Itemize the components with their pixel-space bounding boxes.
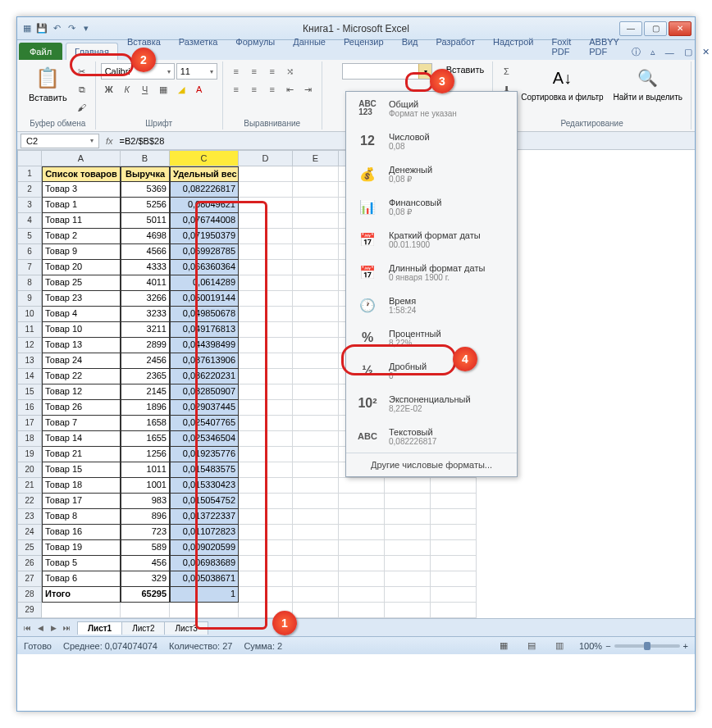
tab-file[interactable]: Файл [19,43,62,60]
cell[interactable] [239,462,293,478]
cell[interactable] [239,338,293,353]
cell[interactable]: 0,019235776 [170,447,239,462]
cell[interactable] [385,494,431,509]
fx-icon[interactable]: fx [103,136,116,146]
rowhead[interactable]: 25 [17,540,42,556]
cell[interactable] [293,525,339,540]
cell[interactable] [239,587,293,603]
fmt-scientific[interactable]: 10²Экспоненциальный8,22E-02 [346,387,517,420]
cell[interactable] [293,229,339,244]
fmt-time[interactable]: 🕐Время1:58:24 [346,289,517,321]
view-pagebreak-icon[interactable]: ▥ [551,638,568,654]
fmt-number[interactable]: 12Числовой0,08 [346,125,517,157]
cell[interactable] [239,384,293,400]
undo-icon[interactable]: ↶ [50,22,63,35]
cell[interactable]: 0,013722337 [170,509,239,525]
cell[interactable]: 1256 [121,447,170,462]
save-icon[interactable]: 💾 [35,22,48,35]
cell[interactable]: 723 [121,525,170,540]
cell[interactable] [239,307,293,322]
cell[interactable]: Товар 23 [42,291,121,307]
cell[interactable]: 4698 [121,229,170,244]
cell[interactable] [239,213,293,229]
cell[interactable]: Товар 2 [42,229,121,244]
cell[interactable] [293,384,339,400]
cell[interactable]: 0,015483575 [170,462,239,478]
rowhead[interactable]: 24 [17,525,42,540]
cell[interactable] [239,431,293,447]
maximize-button[interactable]: ▢ [644,21,667,36]
cell[interactable]: Товар 7 [42,416,121,431]
cell[interactable] [239,291,293,307]
cell[interactable]: Удельный вес [170,166,239,182]
rowhead[interactable]: 20 [17,462,42,478]
align-bottom-icon[interactable]: ≡ [264,63,281,80]
rowhead[interactable]: 23 [17,509,42,525]
rowhead[interactable]: 22 [17,494,42,509]
cell[interactable]: Товар 9 [42,244,121,260]
cell[interactable]: 1001 [121,478,170,494]
zoom-control[interactable]: 100% − + [579,641,688,651]
close-button[interactable]: ✕ [669,21,691,36]
cell[interactable] [339,587,385,603]
cell[interactable] [293,571,339,587]
align-right-icon[interactable]: ≡ [264,81,281,98]
fmt-general[interactable]: ABC123ОбщийФормат не указан [346,92,517,125]
find-select-button[interactable]: 🔍 Найти и выделить [610,63,686,103]
rowhead[interactable]: 29 [17,603,42,618]
rowhead[interactable]: 27 [17,571,42,587]
cell[interactable] [293,369,339,384]
cell[interactable]: Выручка [121,166,170,182]
cell[interactable]: Товар 17 [42,494,121,509]
fmt-fraction[interactable]: ½Дробный0 [346,354,517,387]
italic-button[interactable]: К [119,81,135,98]
cell[interactable] [293,478,339,494]
cell[interactable] [293,244,339,260]
cell[interactable] [239,322,293,338]
cell[interactable]: 983 [121,494,170,509]
underline-button[interactable]: Ч [137,81,153,98]
cell[interactable] [293,182,339,198]
cell[interactable]: Список товаров [42,166,121,182]
number-format-combo[interactable]: ▾ [342,63,432,80]
cell[interactable] [239,244,293,260]
cell[interactable] [339,494,385,509]
cell[interactable]: 0,044398499 [170,338,239,353]
cell[interactable] [293,494,339,509]
cell[interactable] [293,198,339,213]
rowhead[interactable]: 19 [17,447,42,462]
wb-restore-icon[interactable]: ▢ [681,45,696,59]
tab-Вид[interactable]: Вид [393,33,427,60]
colhead-b[interactable]: B [121,150,170,166]
sheet-tab[interactable]: Лист1 [77,621,122,635]
cell[interactable] [293,166,339,182]
cell[interactable]: 896 [121,509,170,525]
cell[interactable]: Товар 6 [42,571,121,587]
cell[interactable] [293,322,339,338]
colhead-a[interactable]: A [42,150,121,166]
cell[interactable] [239,182,293,198]
rowhead[interactable]: 6 [17,244,42,260]
cell[interactable]: 0,049850678 [170,307,239,322]
cell[interactable] [239,260,293,275]
cell[interactable] [431,587,477,603]
rowhead[interactable]: 16 [17,400,42,416]
wb-close-icon[interactable]: ✕ [699,45,712,59]
cell[interactable]: 4566 [121,244,170,260]
orientation-icon[interactable]: ⤭ [282,63,299,80]
cell[interactable]: 5369 [121,182,170,198]
cell[interactable]: 0,005038671 [170,571,239,587]
cell[interactable]: Товар 24 [42,353,121,369]
tab-Foxit PDF[interactable]: Foxit PDF [542,33,580,60]
font-color-button[interactable]: A [191,81,208,98]
cell[interactable] [239,198,293,213]
cell[interactable] [239,416,293,431]
cell[interactable]: Товар 10 [42,322,121,338]
cell[interactable] [293,509,339,525]
tab-nav-last-icon[interactable]: ⏭ [60,621,73,635]
cell[interactable] [339,478,385,494]
cell[interactable]: Товар 25 [42,275,121,291]
cell[interactable] [170,603,239,618]
cell[interactable]: Товар 15 [42,462,121,478]
cell[interactable] [431,525,477,540]
